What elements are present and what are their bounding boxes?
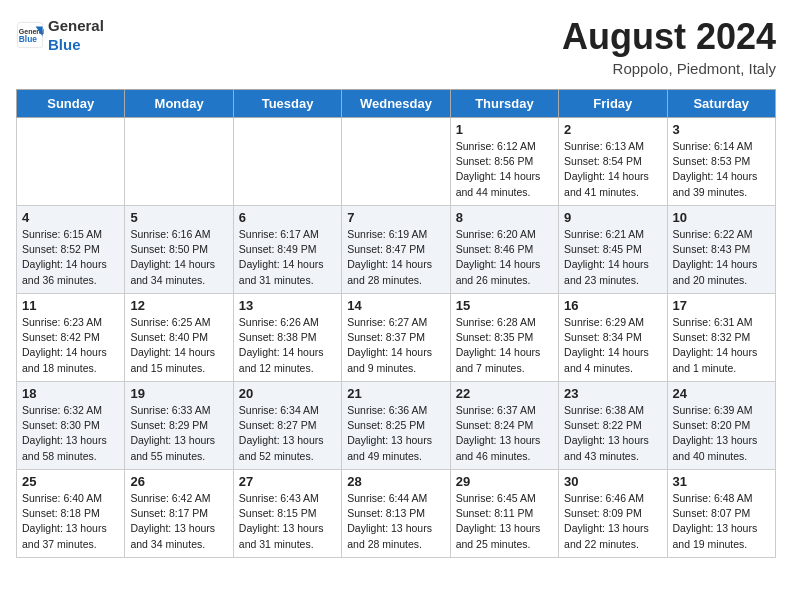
calendar-cell: 11Sunrise: 6:23 AMSunset: 8:42 PMDayligh… (17, 294, 125, 382)
day-number: 5 (130, 210, 227, 225)
day-number: 23 (564, 386, 661, 401)
day-number: 22 (456, 386, 553, 401)
day-number: 15 (456, 298, 553, 313)
day-info: Sunrise: 6:16 AMSunset: 8:50 PMDaylight:… (130, 227, 227, 288)
logo-icon: General Blue (16, 21, 44, 49)
day-info: Sunrise: 6:21 AMSunset: 8:45 PMDaylight:… (564, 227, 661, 288)
day-number: 7 (347, 210, 444, 225)
day-info: Sunrise: 6:32 AMSunset: 8:30 PMDaylight:… (22, 403, 119, 464)
calendar-cell: 25Sunrise: 6:40 AMSunset: 8:18 PMDayligh… (17, 470, 125, 558)
day-info: Sunrise: 6:29 AMSunset: 8:34 PMDaylight:… (564, 315, 661, 376)
day-number: 11 (22, 298, 119, 313)
location-subtitle: Roppolo, Piedmont, Italy (562, 60, 776, 77)
day-info: Sunrise: 6:25 AMSunset: 8:40 PMDaylight:… (130, 315, 227, 376)
day-number: 29 (456, 474, 553, 489)
calendar-week-5: 25Sunrise: 6:40 AMSunset: 8:18 PMDayligh… (17, 470, 776, 558)
day-info: Sunrise: 6:39 AMSunset: 8:20 PMDaylight:… (673, 403, 770, 464)
day-info: Sunrise: 6:26 AMSunset: 8:38 PMDaylight:… (239, 315, 336, 376)
day-info: Sunrise: 6:31 AMSunset: 8:32 PMDaylight:… (673, 315, 770, 376)
day-number: 12 (130, 298, 227, 313)
calendar-cell: 26Sunrise: 6:42 AMSunset: 8:17 PMDayligh… (125, 470, 233, 558)
calendar-cell: 16Sunrise: 6:29 AMSunset: 8:34 PMDayligh… (559, 294, 667, 382)
calendar-cell: 20Sunrise: 6:34 AMSunset: 8:27 PMDayligh… (233, 382, 341, 470)
calendar-cell: 14Sunrise: 6:27 AMSunset: 8:37 PMDayligh… (342, 294, 450, 382)
day-number: 28 (347, 474, 444, 489)
day-number: 3 (673, 122, 770, 137)
day-info: Sunrise: 6:14 AMSunset: 8:53 PMDaylight:… (673, 139, 770, 200)
day-number: 10 (673, 210, 770, 225)
day-number: 27 (239, 474, 336, 489)
calendar-cell: 6Sunrise: 6:17 AMSunset: 8:49 PMDaylight… (233, 206, 341, 294)
title-block: August 2024 Roppolo, Piedmont, Italy (562, 16, 776, 77)
day-number: 25 (22, 474, 119, 489)
calendar-cell: 19Sunrise: 6:33 AMSunset: 8:29 PMDayligh… (125, 382, 233, 470)
calendar-cell: 5Sunrise: 6:16 AMSunset: 8:50 PMDaylight… (125, 206, 233, 294)
day-info: Sunrise: 6:19 AMSunset: 8:47 PMDaylight:… (347, 227, 444, 288)
day-info: Sunrise: 6:40 AMSunset: 8:18 PMDaylight:… (22, 491, 119, 552)
day-info: Sunrise: 6:45 AMSunset: 8:11 PMDaylight:… (456, 491, 553, 552)
day-info: Sunrise: 6:36 AMSunset: 8:25 PMDaylight:… (347, 403, 444, 464)
day-info: Sunrise: 6:46 AMSunset: 8:09 PMDaylight:… (564, 491, 661, 552)
day-info: Sunrise: 6:27 AMSunset: 8:37 PMDaylight:… (347, 315, 444, 376)
day-number: 24 (673, 386, 770, 401)
logo-blue: Blue (48, 36, 81, 53)
day-info: Sunrise: 6:12 AMSunset: 8:56 PMDaylight:… (456, 139, 553, 200)
day-number: 19 (130, 386, 227, 401)
calendar-cell: 12Sunrise: 6:25 AMSunset: 8:40 PMDayligh… (125, 294, 233, 382)
calendar-cell: 17Sunrise: 6:31 AMSunset: 8:32 PMDayligh… (667, 294, 775, 382)
calendar-cell: 23Sunrise: 6:38 AMSunset: 8:22 PMDayligh… (559, 382, 667, 470)
day-number: 20 (239, 386, 336, 401)
calendar-week-1: 1Sunrise: 6:12 AMSunset: 8:56 PMDaylight… (17, 118, 776, 206)
svg-text:Blue: Blue (19, 34, 37, 44)
day-info: Sunrise: 6:28 AMSunset: 8:35 PMDaylight:… (456, 315, 553, 376)
calendar-body: 1Sunrise: 6:12 AMSunset: 8:56 PMDaylight… (17, 118, 776, 558)
day-info: Sunrise: 6:15 AMSunset: 8:52 PMDaylight:… (22, 227, 119, 288)
day-number: 13 (239, 298, 336, 313)
calendar-cell: 4Sunrise: 6:15 AMSunset: 8:52 PMDaylight… (17, 206, 125, 294)
day-number: 21 (347, 386, 444, 401)
calendar-cell (125, 118, 233, 206)
header-row: SundayMondayTuesdayWednesdayThursdayFrid… (17, 90, 776, 118)
calendar-week-3: 11Sunrise: 6:23 AMSunset: 8:42 PMDayligh… (17, 294, 776, 382)
header-day-thursday: Thursday (450, 90, 558, 118)
calendar-table: SundayMondayTuesdayWednesdayThursdayFrid… (16, 89, 776, 558)
day-number: 1 (456, 122, 553, 137)
day-info: Sunrise: 6:48 AMSunset: 8:07 PMDaylight:… (673, 491, 770, 552)
calendar-cell: 15Sunrise: 6:28 AMSunset: 8:35 PMDayligh… (450, 294, 558, 382)
calendar-cell: 27Sunrise: 6:43 AMSunset: 8:15 PMDayligh… (233, 470, 341, 558)
day-number: 30 (564, 474, 661, 489)
calendar-cell: 21Sunrise: 6:36 AMSunset: 8:25 PMDayligh… (342, 382, 450, 470)
calendar-cell (17, 118, 125, 206)
day-number: 2 (564, 122, 661, 137)
page-header: General Blue General Blue August 2024 Ro… (16, 16, 776, 77)
calendar-cell: 3Sunrise: 6:14 AMSunset: 8:53 PMDaylight… (667, 118, 775, 206)
header-day-friday: Friday (559, 90, 667, 118)
day-info: Sunrise: 6:33 AMSunset: 8:29 PMDaylight:… (130, 403, 227, 464)
calendar-cell (233, 118, 341, 206)
calendar-week-4: 18Sunrise: 6:32 AMSunset: 8:30 PMDayligh… (17, 382, 776, 470)
logo-text: General Blue (48, 16, 104, 54)
day-number: 6 (239, 210, 336, 225)
calendar-cell: 7Sunrise: 6:19 AMSunset: 8:47 PMDaylight… (342, 206, 450, 294)
month-year-title: August 2024 (562, 16, 776, 58)
logo: General Blue General Blue (16, 16, 104, 54)
calendar-cell: 29Sunrise: 6:45 AMSunset: 8:11 PMDayligh… (450, 470, 558, 558)
day-number: 4 (22, 210, 119, 225)
day-number: 8 (456, 210, 553, 225)
calendar-cell (342, 118, 450, 206)
calendar-cell: 22Sunrise: 6:37 AMSunset: 8:24 PMDayligh… (450, 382, 558, 470)
day-number: 14 (347, 298, 444, 313)
day-number: 18 (22, 386, 119, 401)
day-info: Sunrise: 6:42 AMSunset: 8:17 PMDaylight:… (130, 491, 227, 552)
day-info: Sunrise: 6:44 AMSunset: 8:13 PMDaylight:… (347, 491, 444, 552)
day-number: 9 (564, 210, 661, 225)
calendar-cell: 8Sunrise: 6:20 AMSunset: 8:46 PMDaylight… (450, 206, 558, 294)
calendar-cell: 1Sunrise: 6:12 AMSunset: 8:56 PMDaylight… (450, 118, 558, 206)
day-info: Sunrise: 6:13 AMSunset: 8:54 PMDaylight:… (564, 139, 661, 200)
calendar-cell: 13Sunrise: 6:26 AMSunset: 8:38 PMDayligh… (233, 294, 341, 382)
day-info: Sunrise: 6:37 AMSunset: 8:24 PMDaylight:… (456, 403, 553, 464)
day-info: Sunrise: 6:20 AMSunset: 8:46 PMDaylight:… (456, 227, 553, 288)
day-info: Sunrise: 6:34 AMSunset: 8:27 PMDaylight:… (239, 403, 336, 464)
calendar-cell: 10Sunrise: 6:22 AMSunset: 8:43 PMDayligh… (667, 206, 775, 294)
day-info: Sunrise: 6:23 AMSunset: 8:42 PMDaylight:… (22, 315, 119, 376)
